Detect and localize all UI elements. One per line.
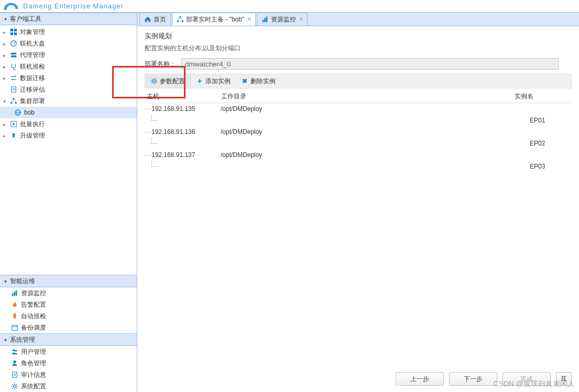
svg-rect-37: [263, 20, 264, 22]
tree-item-migrate-assess[interactable]: 迁移评估: [0, 84, 137, 95]
tab-home[interactable]: 首页: [139, 13, 171, 26]
deploy-name-label: 部署名称：: [145, 60, 181, 69]
list-item-audit-info[interactable]: 审计信息: [0, 369, 137, 380]
add-instance-button[interactable]: ＋添加实例: [191, 74, 236, 88]
upgrade-icon: [9, 131, 18, 140]
panel-header-sys-mgmt[interactable]: 系统管理: [0, 333, 137, 346]
home-icon: [144, 16, 151, 23]
chevron-right-icon: ▸: [3, 52, 8, 58]
gauge-icon: [9, 39, 18, 48]
svg-rect-6: [11, 53, 17, 55]
svg-line-15: [14, 99, 16, 102]
chevron-down-icon: ▾: [3, 98, 8, 104]
clipboard-icon: [9, 85, 18, 94]
brand-text: Dameng Enterprise Manager: [23, 2, 124, 10]
cross-icon: ✖: [241, 77, 248, 85]
hand-icon: [10, 312, 19, 320]
list-smart-ops: 资源监控 告警配置 自动巡检 备份调度: [0, 287, 137, 333]
cluster-icon: [177, 16, 184, 23]
chevron-right-icon: ▸: [3, 121, 8, 127]
instance-table: 主机 工作目录 实例名 192.168.91.135/opt/DMDeploy …: [145, 91, 572, 172]
table-row[interactable]: 192.168.91.136/opt/DMDeploy EP02: [145, 126, 572, 149]
next-button[interactable]: 下一步: [449, 372, 497, 386]
instance-toolbar: 参数配置 ＋添加实例 ✖删除实例: [145, 74, 572, 88]
svg-point-27: [15, 350, 17, 352]
svg-point-13: [15, 102, 17, 104]
svg-point-28: [13, 361, 16, 363]
svg-point-34: [182, 20, 184, 23]
chevron-right-icon: ▸: [3, 64, 8, 70]
svg-rect-21: [12, 294, 14, 296]
tree-item-object-mgmt[interactable]: ▸对象管理: [0, 26, 137, 38]
svg-point-31: [13, 385, 16, 387]
plus-icon: ＋: [196, 77, 203, 85]
tab-resource-monitor[interactable]: 资源监控×: [257, 13, 308, 26]
svg-rect-23: [16, 290, 17, 296]
table-row[interactable]: 192.168.91.137/opt/DMDeploy EP03: [145, 149, 572, 172]
list-item-sys-config[interactable]: 系统配置: [0, 380, 137, 392]
tree-item-agent-mgmt[interactable]: ▸代理管理: [0, 49, 137, 61]
svg-point-32: [179, 16, 181, 18]
tab-deploy-bob[interactable]: 部署实时主备 - "bob"×: [172, 13, 256, 26]
wizard-footer: 上一步 下一步 完成 耳: [396, 372, 572, 386]
page-title: 实例规划: [145, 31, 572, 41]
svg-line-5: [14, 42, 15, 43]
server-icon: [9, 51, 18, 59]
retry-button[interactable]: 耳: [556, 372, 572, 386]
grid-icon: [9, 28, 18, 36]
svg-point-12: [10, 102, 13, 104]
delete-instance-button[interactable]: ✖删除实例: [236, 74, 281, 88]
tree-item-online-inspect[interactable]: ▸联机巡检: [0, 61, 137, 72]
finish-button[interactable]: 完成: [502, 372, 551, 386]
svg-point-11: [13, 98, 15, 100]
svg-line-14: [12, 99, 14, 102]
table-row[interactable]: 192.168.91.135/opt/DMDeploy EP01: [145, 103, 572, 126]
svg-point-26: [13, 349, 15, 351]
list-item-auto-inspect[interactable]: 自动巡检: [0, 310, 137, 322]
tree-item-cluster-deploy[interactable]: ▾集群部署: [0, 95, 137, 107]
close-icon[interactable]: ×: [299, 16, 303, 23]
chevron-right-icon: ▸: [3, 75, 8, 81]
tree-item-bob[interactable]: bob: [0, 107, 137, 118]
tree-item-data-migrate[interactable]: ▸数据迁移: [0, 72, 137, 84]
svg-rect-8: [12, 87, 16, 93]
svg-point-30: [14, 374, 16, 376]
list-item-resource-monitor[interactable]: 资源监控: [0, 287, 137, 299]
deploy-name-row: 部署名称：: [145, 58, 572, 70]
chevron-right-icon: ▸: [3, 133, 8, 139]
tree-item-upgrade-mgmt[interactable]: ▸升级管理: [0, 130, 137, 141]
flame-icon: [10, 300, 19, 309]
panel-header-client-tools[interactable]: 客户端工具: [0, 13, 137, 25]
list-item-user-mgmt[interactable]: 用户管理: [0, 346, 137, 357]
list-item-backup-sched[interactable]: 备份调度: [0, 322, 137, 333]
panel-header-smart-ops[interactable]: 智能运维: [0, 275, 137, 287]
svg-rect-0: [10, 29, 13, 31]
globe-icon: [14, 108, 22, 117]
param-config-button[interactable]: 参数配置: [145, 74, 191, 88]
svg-rect-22: [14, 292, 15, 296]
exchange-icon: [9, 74, 18, 82]
chevron-right-icon: ▸: [3, 29, 8, 35]
gear-icon: [150, 77, 158, 85]
col-dir: 工作目录: [221, 92, 515, 101]
gear-icon: [10, 382, 19, 390]
sidebar: 客户端工具 ▸对象管理 ▸联机大盘 ▸代理管理 ▸联机巡检 ▸数据迁移 迁移评估…: [0, 13, 137, 392]
deploy-name-input[interactable]: [181, 58, 559, 70]
cluster-icon: [9, 97, 18, 105]
list-sys-mgmt: 用户管理 角色管理 审计信息 系统配置: [0, 346, 137, 392]
col-host: 主机: [145, 92, 221, 101]
svg-rect-1: [14, 29, 17, 31]
list-item-role-mgmt[interactable]: 角色管理: [0, 357, 137, 369]
tree-item-batch-exec[interactable]: ▸批量执行: [0, 118, 137, 130]
close-icon[interactable]: ×: [247, 16, 251, 23]
prev-button[interactable]: 上一步: [396, 372, 444, 386]
tab-bar: 首页 部署实时主备 - "bob"× 资源监控×: [137, 13, 579, 26]
svg-rect-39: [266, 17, 268, 23]
list-item-alert-config[interactable]: 告警配置: [0, 299, 137, 310]
tree-item-online-dash[interactable]: ▸联机大盘: [0, 38, 137, 49]
audit-icon: [10, 371, 19, 379]
svg-point-33: [177, 20, 179, 23]
svg-rect-7: [11, 55, 17, 58]
col-name: 实例名: [515, 92, 556, 101]
svg-rect-3: [14, 32, 17, 35]
